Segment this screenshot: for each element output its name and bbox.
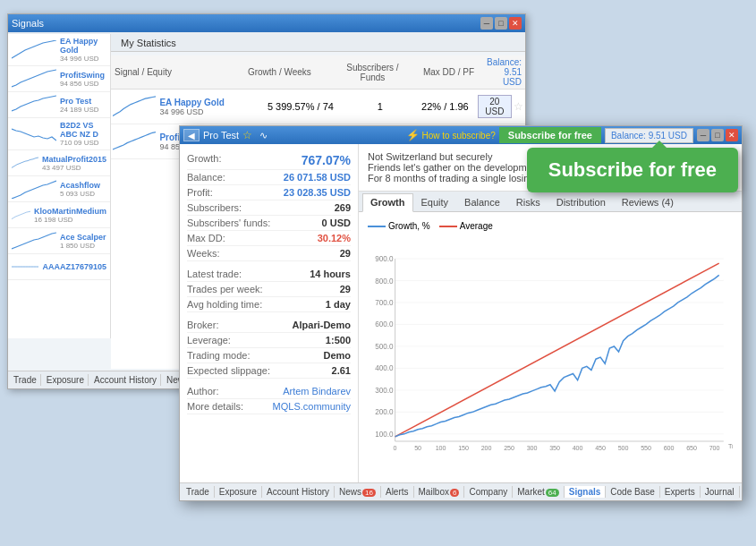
svg-text:900.0: 900.0	[375, 255, 394, 263]
sidebar-signal-usd-4: 710 09 USD	[60, 139, 106, 147]
front-window-title: Pro Test	[203, 130, 239, 141]
svg-text:700.0: 700.0	[375, 299, 394, 307]
how-to-link[interactable]: ⚡ How to subscribe?	[406, 129, 496, 141]
back-minimize-button[interactable]: ─	[480, 17, 493, 30]
ftab-signals[interactable]: Signals	[565, 486, 607, 498]
svg-text:500.0: 500.0	[375, 343, 394, 351]
chart-tab-growth[interactable]: Growth	[362, 193, 413, 212]
sidebar-item-b2d2[interactable]: B2D2 VS ABC NZ D 710 09 USD	[8, 118, 110, 150]
sidebar-chart-6	[12, 179, 56, 199]
sidebar-item-pro-test[interactable]: Pro Test 24 189 USD	[8, 92, 110, 118]
svg-text:150: 150	[458, 445, 469, 452]
chart-tab-balance[interactable]: Balance	[456, 193, 508, 211]
svg-text:600: 600	[664, 445, 675, 452]
sidebar-signal-usd-7: 16 198 USD	[34, 216, 106, 224]
front-close-button[interactable]: ✕	[726, 129, 738, 141]
signal-stats-panel: Growth: 767.07% Balance: 26 071.58 USD P…	[180, 144, 359, 482]
svg-text:550: 550	[641, 445, 651, 452]
ftab-news[interactable]: News16	[335, 486, 381, 498]
ftab-account-history[interactable]: Account History	[262, 486, 335, 498]
subscribe-popup-label: Subscribe for free	[548, 158, 717, 181]
svg-text:50: 50	[414, 445, 421, 452]
trading-mode-value: Demo	[323, 350, 351, 361]
legend-growth: Growth, %	[368, 221, 430, 231]
svg-text:700: 700	[709, 445, 720, 452]
stat-balance: Balance: 26 071.58 USD	[187, 170, 351, 185]
sidebar-item-kloo[interactable]: KlooMartinMedium 16 198 USD	[8, 202, 110, 228]
news-badge: 16	[362, 489, 376, 497]
chart-tab-risks[interactable]: Risks	[508, 193, 548, 211]
tab-my-statistics[interactable]: My Statistics	[111, 34, 186, 51]
btab-trade[interactable]: Trade	[10, 374, 41, 386]
sidebar-signal-name-4: B2D2 VS ABC NZ D	[60, 121, 106, 139]
sidebar-chart-4	[12, 124, 56, 144]
nav-back-button[interactable]: ◀	[183, 129, 200, 141]
ftab-journal[interactable]: Journal	[701, 486, 740, 498]
more-details-link[interactable]: MQLS.community	[273, 401, 351, 412]
sidebar-chart-8	[12, 231, 56, 251]
signal-chart-2	[113, 128, 156, 155]
ftab-market[interactable]: Market64	[513, 486, 564, 498]
stat-more-details: More details: MQLS.community	[187, 399, 351, 414]
author-link[interactable]: Artem Bindarev	[283, 386, 351, 397]
stat-leverage: Leverage: 1:500	[187, 333, 351, 348]
svg-text:0: 0	[394, 445, 397, 452]
broker-value: Alpari-Demo	[293, 320, 351, 330]
sidebar-signal-usd-3: 24 189 USD	[60, 106, 106, 114]
sidebar-item-ace-scalper[interactable]: Ace Scalper 1 850 USD	[8, 228, 110, 254]
front-maximize-button[interactable]: □	[711, 129, 724, 141]
sidebar-item-profitswing[interactable]: ProfitSwing 94 856 USD	[8, 66, 110, 92]
leverage-value: 1:500	[326, 335, 351, 346]
back-maximize-button[interactable]: □	[495, 17, 507, 30]
chart-tab-reviews[interactable]: Reviews (4)	[614, 193, 682, 211]
sidebar-signal-usd-1: 34 996 USD	[60, 55, 106, 63]
sidebar-item-matual[interactable]: MatualProfit2015 43 497 USD	[8, 150, 110, 176]
signal-right-panel: Not Switzerland but securely Friends let…	[359, 144, 742, 482]
stat-growth: Growth: 767.07%	[187, 151, 351, 170]
front-title-left: ◀ Pro Test ☆ ∿	[183, 129, 268, 141]
ftab-exposure[interactable]: Exposure	[215, 486, 262, 498]
ftab-company[interactable]: Company	[464, 486, 513, 498]
chart-tab-equity[interactable]: Equity	[413, 193, 457, 211]
table-header: Signal / Equity Growth / Weeks Subscribe…	[111, 55, 525, 90]
star-icon-title[interactable]: ☆	[242, 129, 252, 141]
front-minimize-button[interactable]: ─	[697, 129, 709, 141]
sidebar-item-aaaa[interactable]: AAAAZ17679105	[8, 254, 110, 280]
stat-profit: Profit: 23 028.35 USD	[187, 185, 351, 200]
stat-maxdd: Max DD: 30.12%	[187, 231, 351, 246]
ftab-experts[interactable]: Experts	[660, 486, 701, 498]
growth-chart-svg: 900.0 800.0 700.0 600.0 500.0 400.0 300.…	[368, 235, 733, 465]
subscribe-for-free-button[interactable]: Subscribe for free	[499, 127, 601, 143]
subscribe-popup[interactable]: Subscribe for free	[527, 148, 738, 192]
stat-trades-per-week: Trades per week: 29	[187, 282, 351, 297]
sidebar-item-acashflow[interactable]: Acashflow 5 093 USD	[8, 176, 110, 202]
sidebar-item-ea-happy-gold[interactable]: EA Happy Gold 34 996 USD	[8, 34, 110, 66]
signal-price-button-1[interactable]: 20 USD	[478, 95, 512, 118]
ftab-alerts[interactable]: Alerts	[381, 486, 414, 498]
table-row[interactable]: EA Happy Gold 34 996 USD 5 399.57% / 74 …	[111, 90, 525, 124]
front-header-right: ⚡ How to subscribe? Subscribe for free B…	[406, 127, 738, 143]
signal-sidebar: EA Happy Gold 34 996 USD ProfitSwing 94 …	[8, 34, 111, 338]
sidebar-signal-name-1: EA Happy Gold	[60, 37, 106, 55]
chart-tab-distribution[interactable]: Distribution	[548, 193, 614, 211]
th-growth: Growth / Weeks	[225, 67, 335, 77]
back-close-button[interactable]: ✕	[509, 17, 522, 30]
svg-text:350: 350	[549, 445, 560, 452]
market-badge: 64	[546, 489, 559, 497]
btab-exposure[interactable]: Exposure	[43, 374, 89, 386]
ftab-trade[interactable]: Trade	[182, 486, 215, 498]
svg-text:300: 300	[527, 445, 538, 452]
th-signal: Signal / Equity	[115, 67, 225, 77]
sidebar-signal-usd-5: 43 497 USD	[42, 164, 106, 172]
ftab-codebase[interactable]: Code Base	[606, 486, 659, 498]
star-icon-1[interactable]: ☆	[514, 100, 523, 113]
stat-subscribers: Subscribers: 269	[187, 200, 351, 216]
ftab-mailbox[interactable]: Mailbox6	[414, 486, 465, 498]
stat-broker: Broker: Alpari-Demo	[187, 318, 351, 333]
btab-account-history[interactable]: Account History	[90, 374, 161, 386]
sidebar-signal-name-2: ProfitSwing	[60, 71, 106, 80]
svg-text:300.0: 300.0	[375, 387, 394, 395]
front-window-controls: ─ □ ✕	[697, 129, 738, 141]
svg-text:250: 250	[504, 445, 514, 452]
sidebar-chart-7	[12, 205, 30, 225]
